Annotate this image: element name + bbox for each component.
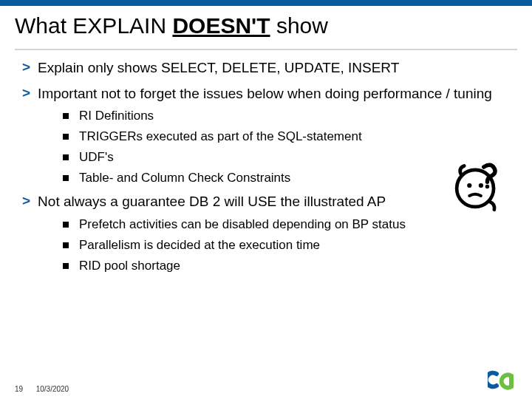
sub-list: Prefetch activities can be disabled depe…	[63, 217, 510, 273]
sub-bullet-text: UDF's	[79, 150, 114, 165]
sub-list: RI Definitions TRIGGERs executed as part…	[63, 109, 510, 185]
sub-bullet-text: Parallelism is decided at the execution …	[79, 238, 320, 253]
bullet-text: Important not to forget the issues below…	[38, 85, 492, 103]
square-bullet-icon	[63, 154, 69, 160]
page-number: 19	[15, 385, 23, 393]
chevron-icon: >	[22, 193, 30, 210]
chevron-icon: >	[22, 59, 30, 76]
sub-bullet-item: RI Definitions	[63, 109, 510, 123]
ca-logo	[488, 369, 517, 393]
sub-bullet-text: TRIGGERs executed as part of the SQL-sta…	[79, 129, 362, 144]
question-face-icon	[449, 157, 507, 214]
bullet-text: Not always a guarantee DB 2 will USE the…	[38, 193, 386, 211]
sub-bullet-text: Prefetch activities can be disabled depe…	[79, 217, 406, 232]
bullet-text: Explain only shows SELECT, DELETE, UPDAT…	[38, 59, 399, 78]
bullet-item: > Explain only shows SELECT, DELETE, UPD…	[22, 59, 510, 78]
square-bullet-icon	[63, 242, 69, 248]
square-bullet-icon	[63, 134, 69, 140]
bullet-item: > Not always a guarantee DB 2 will USE t…	[22, 193, 510, 211]
square-bullet-icon	[63, 113, 69, 119]
square-bullet-icon	[63, 175, 69, 181]
title-pre: What EXPLAIN	[15, 13, 172, 38]
title-divider	[15, 49, 517, 50]
top-accent-bar	[0, 0, 532, 6]
svg-point-3	[485, 185, 489, 188]
slide: What EXPLAIN DOESN'T show > Explain only…	[0, 0, 532, 399]
title-underline: DOESN'T	[172, 13, 270, 38]
sub-bullet-text: RI Definitions	[79, 109, 154, 123]
sub-bullet-item: RID pool shortage	[63, 259, 510, 273]
svg-point-1	[467, 183, 471, 188]
svg-point-2	[479, 183, 483, 188]
sub-bullet-item: TRIGGERs executed as part of the SQL-sta…	[63, 129, 510, 144]
sub-bullet-item: Parallelism is decided at the execution …	[63, 238, 510, 253]
sub-bullet-text: Table- and Column Check Constraints	[79, 171, 290, 185]
footer: 19 10/3/2020	[15, 385, 69, 393]
footer-date: 10/3/2020	[36, 385, 69, 393]
slide-title: What EXPLAIN DOESN'T show	[0, 6, 532, 44]
chevron-icon: >	[22, 85, 30, 102]
sub-bullet-item: Table- and Column Check Constraints	[63, 171, 510, 185]
title-post: show	[270, 13, 328, 38]
sub-bullet-item: Prefetch activities can be disabled depe…	[63, 217, 510, 232]
square-bullet-icon	[63, 222, 69, 228]
sub-bullet-item: UDF's	[63, 150, 510, 165]
sub-bullet-text: RID pool shortage	[79, 259, 180, 273]
square-bullet-icon	[63, 263, 69, 269]
bullet-item: > Important not to forget the issues bel…	[22, 85, 510, 103]
